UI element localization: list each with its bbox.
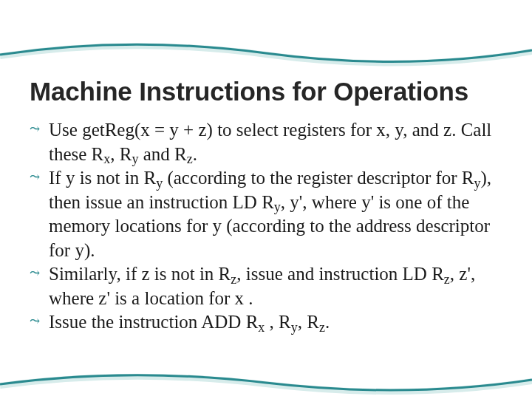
bullet-glyph-icon: ⤳ [30,121,40,137]
slide-title: Machine Instructions for Operations [30,77,502,106]
bullet-text: Similarly, if z is not in Rz, issue and … [49,264,475,308]
bullet-glyph-icon: ⤳ [30,169,40,185]
bullet-glyph-icon: ⤳ [30,265,40,282]
bullet-text: Use getReg(x = y + z) to select register… [49,120,491,164]
slide: Machine Instructions for Operations ⤳ Us… [0,0,532,399]
bottom-wave-decoration [0,371,532,399]
bullet-item: ⤳ If y is not in Ry (according to the re… [30,166,497,262]
slide-body: ⤳ Use getReg(x = y + z) to select regist… [30,118,497,335]
bullet-item: ⤳ Issue the instruction ADD Rx , Ry, Rz. [30,310,497,335]
bullet-item: ⤳ Use getReg(x = y + z) to select regist… [30,118,497,166]
bullet-glyph-icon: ⤳ [30,313,40,330]
bullet-text: If y is not in Ry (according to the regi… [49,168,491,260]
top-wave-decoration [0,38,532,69]
bullet-text: Issue the instruction ADD Rx , Ry, Rz. [49,312,330,332]
bullet-item: ⤳ Similarly, if z is not in Rz, issue an… [30,262,497,310]
